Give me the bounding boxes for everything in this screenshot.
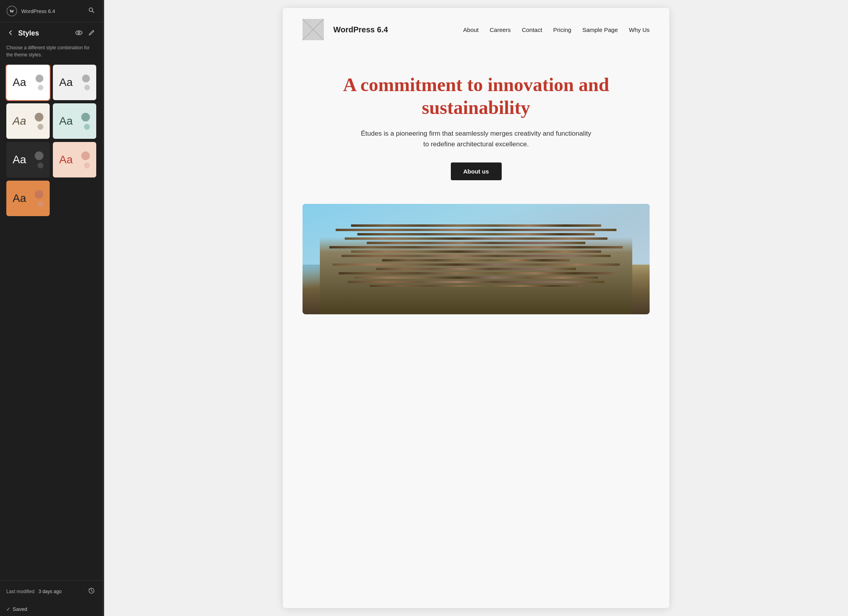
back-button[interactable] (6, 29, 15, 38)
style-card-aa-label: Aa (13, 116, 26, 127)
style-card-aa-label: Aa (59, 154, 73, 165)
nav-link-sample-page[interactable]: Sample Page (582, 26, 618, 33)
dot-large (35, 151, 43, 160)
style-card-cream[interactable]: Aa (6, 103, 50, 139)
back-arrow-icon (8, 30, 13, 35)
dot-large (35, 113, 43, 121)
styles-description: Choose a different style combination for… (0, 41, 103, 65)
style-card-aa-label: Aa (13, 77, 26, 88)
slat-row (345, 237, 607, 240)
search-icon (88, 7, 95, 13)
dot-small (37, 124, 43, 130)
slat-row (339, 272, 614, 274)
preview-area: WordPress 6.4 About Careers Contact Pric… (104, 0, 848, 616)
dot-small (84, 162, 90, 168)
app-title: WordPress 6.4 (21, 8, 55, 14)
dot-large (35, 75, 43, 82)
slat-row (376, 268, 576, 270)
hero-subtitle: Études is a pioneering firm that seamles… (358, 128, 594, 149)
sidebar: W WordPress 6.4 Styles (0, 0, 103, 616)
site-logo-placeholder-image (303, 19, 324, 40)
nav-link-contact[interactable]: Contact (522, 26, 542, 33)
dot-small (37, 162, 43, 168)
svg-text:W: W (9, 9, 14, 13)
style-card-orange[interactable]: Aa (6, 181, 50, 216)
dot-small (37, 201, 43, 207)
styles-title: Styles (18, 29, 71, 37)
dot-small (84, 85, 90, 90)
style-card-white[interactable]: Aa (6, 65, 50, 100)
saved-status-bar: ✓ Saved (0, 602, 103, 616)
style-card-dots (35, 75, 43, 90)
dot-large (35, 190, 43, 199)
hero-title: A commitment to innovation and sustainab… (303, 73, 650, 119)
svg-point-5 (76, 31, 82, 35)
preview-nav: WordPress 6.4 About Careers Contact Pric… (283, 8, 669, 50)
nav-link-careers[interactable]: Careers (490, 26, 511, 33)
saved-text: Saved (13, 606, 27, 612)
slat-row (351, 224, 601, 227)
style-card-dots (81, 151, 90, 168)
slat-row (351, 250, 601, 253)
last-modified-label: Last modified (6, 589, 34, 594)
site-logo (303, 19, 324, 40)
preview-styles-button[interactable] (74, 28, 84, 39)
slat-row (348, 281, 604, 283)
svg-line-4 (92, 11, 94, 13)
building-slats-container (320, 220, 632, 287)
style-card-light-gray[interactable]: Aa (53, 65, 96, 100)
style-card-aa-label: Aa (59, 116, 73, 127)
slat-row (357, 233, 595, 235)
saved-checkmark-icon: ✓ (6, 607, 10, 612)
slat-row (336, 229, 617, 231)
nav-link-about[interactable]: About (463, 26, 478, 33)
about-us-button[interactable]: About us (451, 162, 502, 180)
style-card-dots (82, 75, 90, 90)
site-name: WordPress 6.4 (333, 25, 388, 34)
slat-row (332, 263, 620, 266)
svg-rect-8 (303, 19, 324, 40)
slat-row (354, 276, 598, 279)
style-card-dots (35, 190, 43, 207)
style-card-peach[interactable]: Aa (53, 142, 96, 177)
sidebar-header: W WordPress 6.4 (0, 0, 103, 22)
styles-actions (74, 28, 96, 39)
dot-large (81, 151, 90, 160)
sidebar-footer: Last modified 3 days ago (0, 580, 103, 602)
preview-building-image (303, 204, 650, 314)
style-card-aa-label: Aa (59, 77, 73, 88)
preview-hero: A commitment to innovation and sustainab… (283, 50, 669, 196)
style-card-aa-label: Aa (13, 154, 26, 165)
history-button[interactable] (87, 586, 96, 597)
slat-row (370, 285, 583, 287)
styles-section-header: Styles (0, 22, 103, 41)
style-card-dots (35, 151, 43, 168)
slat-row (329, 246, 623, 248)
architectural-image (303, 204, 650, 314)
dot-small (38, 85, 43, 90)
slat-row (367, 242, 585, 244)
preview-nav-links: About Careers Contact Pricing Sample Pag… (463, 26, 650, 33)
style-card-dark[interactable]: Aa (6, 142, 50, 177)
svg-point-6 (78, 32, 80, 34)
last-modified-value: 3 days ago (38, 589, 62, 594)
slat-row (382, 259, 570, 261)
dot-small (84, 124, 90, 130)
eye-icon (75, 30, 82, 35)
style-card-mint[interactable]: Aa (53, 103, 96, 139)
style-card-aa-label: Aa (13, 193, 26, 204)
edit-styles-button[interactable] (87, 28, 96, 39)
preview-frame: WordPress 6.4 About Careers Contact Pric… (283, 8, 669, 608)
slat-row (342, 255, 610, 257)
style-card-dots (81, 113, 90, 130)
search-button[interactable] (87, 6, 96, 17)
styles-grid: Aa Aa Aa Aa (0, 65, 103, 580)
nav-link-pricing[interactable]: Pricing (553, 26, 572, 33)
slats-rows (320, 220, 632, 287)
nav-link-why-us[interactable]: Why Us (629, 26, 650, 33)
dot-large (82, 75, 90, 82)
edit-pencil-icon (89, 30, 95, 35)
history-icon (88, 588, 95, 594)
dot-large (81, 113, 90, 121)
wordpress-logo-icon: W (6, 6, 17, 17)
